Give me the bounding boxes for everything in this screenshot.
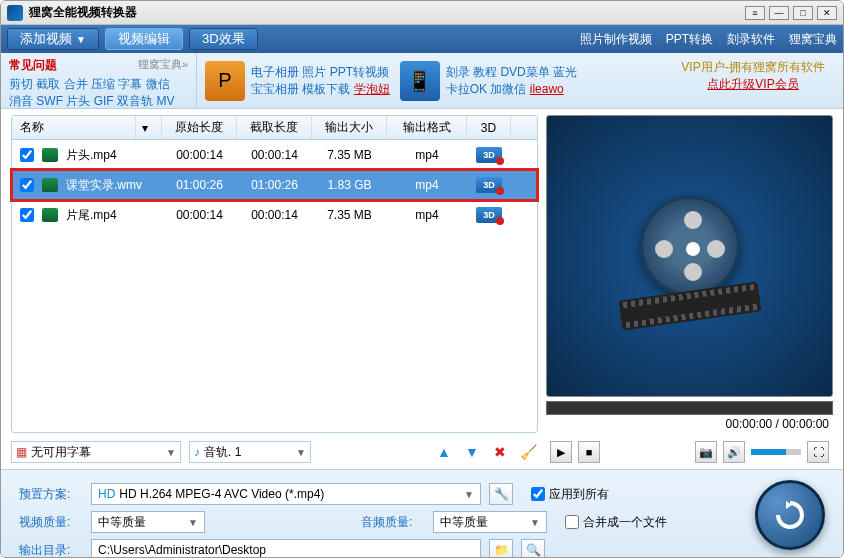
audio-quality-select[interactable]: 中等质量▼ xyxy=(433,511,547,533)
orig-length: 00:00:14 xyxy=(162,208,237,222)
vip-upgrade-link[interactable]: 点此升级VIP会员 xyxy=(669,76,837,93)
play-button[interactable]: ▶ xyxy=(550,441,572,463)
profile-settings-button[interactable]: 🔧 xyxy=(489,483,513,505)
minimize-button[interactable]: — xyxy=(769,6,789,20)
maximize-button[interactable]: □ xyxy=(793,6,813,20)
film-reel-icon xyxy=(630,196,750,316)
ppt-icon: P xyxy=(205,61,245,101)
add-video-button[interactable]: 添加视频▼ xyxy=(7,28,99,50)
move-down-button[interactable]: ▼ xyxy=(462,442,482,462)
faq-links-row1: 剪切 截取 合并 压缩 字幕 微信 xyxy=(9,76,188,93)
volume-button[interactable]: 🔊 xyxy=(723,441,745,463)
3d-effect-button[interactable]: 3D效果 xyxy=(189,28,258,50)
out-format: mp4 xyxy=(387,178,467,192)
video-icon xyxy=(42,208,58,222)
out-size: 1.83 GB xyxy=(312,178,387,192)
link-ppt-convert[interactable]: PPT转换 xyxy=(666,31,713,48)
out-size: 7.35 MB xyxy=(312,148,387,162)
close-button[interactable]: ✕ xyxy=(817,6,837,20)
table-row[interactable]: 课堂实录.wmv01:00:2601:00:261.83 GBmp43D xyxy=(12,170,537,200)
vq-label: 视频质量: xyxy=(19,514,83,531)
col-out-size[interactable]: 输出大小 xyxy=(312,116,387,139)
merge-checkbox[interactable]: 合并成一个文件 xyxy=(565,514,667,531)
preview-time: 00:00:00 / 00:00:00 xyxy=(546,415,833,433)
table-row[interactable]: 片头.mp400:00:1400:00:147.35 MBmp43D xyxy=(12,140,537,170)
link-photo-video[interactable]: 照片制作视频 xyxy=(580,31,652,48)
subtitle-select[interactable]: ▦无可用字幕▼ xyxy=(11,441,181,463)
snapshot-button[interactable]: 📷 xyxy=(695,441,717,463)
orig-length: 01:00:26 xyxy=(162,178,237,192)
output-dir-input[interactable]: C:\Users\Administrator\Desktop xyxy=(91,539,481,558)
col-name[interactable]: 名称▾ xyxy=(12,116,162,139)
clear-button[interactable]: 🧹 xyxy=(518,442,538,462)
aq-label: 音频质量: xyxy=(361,514,425,531)
col-out-fmt[interactable]: 输出格式 xyxy=(387,116,467,139)
video-icon xyxy=(42,178,58,192)
faq-more[interactable]: 狸窝宝典» xyxy=(138,57,188,74)
audio-track-select[interactable]: ♪音轨. 1▼ xyxy=(189,441,311,463)
volume-slider[interactable] xyxy=(751,449,801,455)
link-baodian[interactable]: 狸窝宝典 xyxy=(789,31,837,48)
row-checkbox[interactable] xyxy=(20,148,34,162)
cut-length: 00:00:14 xyxy=(237,208,312,222)
profile-label: 预置方案: xyxy=(19,486,83,503)
fullscreen-button[interactable]: ⛶ xyxy=(807,441,829,463)
faq-header: 常见问题 xyxy=(9,57,57,74)
file-name: 片尾.mp4 xyxy=(62,207,162,224)
link-burn[interactable]: 刻录软件 xyxy=(727,31,775,48)
orig-length: 00:00:14 xyxy=(162,148,237,162)
row-checkbox[interactable] xyxy=(20,178,34,192)
profile-select[interactable]: HDHD H.264 MPEG-4 AVC Video (*.mp4)▼ xyxy=(91,483,481,505)
col-3d[interactable]: 3D xyxy=(467,116,511,139)
table-row[interactable]: 片尾.mp400:00:1400:00:147.35 MBmp43D xyxy=(12,200,537,230)
file-name: 课堂实录.wmv xyxy=(62,177,162,194)
preview-scrubber[interactable] xyxy=(546,401,833,415)
file-name: 片头.mp4 xyxy=(62,147,162,164)
col-orig-len[interactable]: 原始长度 xyxy=(162,116,237,139)
browse-button[interactable]: 📁 xyxy=(489,539,513,558)
open-dir-button[interactable]: 🔍 xyxy=(521,539,545,558)
window-title: 狸窝全能视频转换器 xyxy=(29,4,745,21)
stop-button[interactable]: ■ xyxy=(578,441,600,463)
faq-links-row2: 消音 SWF 片头 GIF 双音轨 MV xyxy=(9,93,188,110)
row-checkbox[interactable] xyxy=(20,208,34,222)
out-size: 7.35 MB xyxy=(312,208,387,222)
3d-badge[interactable]: 3D xyxy=(476,177,502,193)
apply-all-checkbox[interactable]: 应用到所有 xyxy=(531,486,609,503)
move-up-button[interactable]: ▲ xyxy=(434,442,454,462)
video-edit-button[interactable]: 视频编辑 xyxy=(105,28,183,50)
col-cut-len[interactable]: 截取长度 xyxy=(237,116,312,139)
cut-length: 00:00:14 xyxy=(237,148,312,162)
vip-text: VIP用户-拥有狸窝所有软件 xyxy=(669,59,837,76)
phone-icon: 📱 xyxy=(400,61,440,101)
sort-icon[interactable]: ▾ xyxy=(135,116,153,139)
3d-badge[interactable]: 3D xyxy=(476,207,502,223)
outdir-label: 输出目录: xyxy=(19,542,83,559)
3d-badge[interactable]: 3D xyxy=(476,147,502,163)
preview-area xyxy=(546,115,833,397)
video-icon xyxy=(42,148,58,162)
convert-button[interactable] xyxy=(755,480,825,550)
out-format: mp4 xyxy=(387,208,467,222)
app-icon xyxy=(7,5,23,21)
menu-button[interactable]: ≡ xyxy=(745,6,765,20)
video-quality-select[interactable]: 中等质量▼ xyxy=(91,511,205,533)
delete-button[interactable]: ✖ xyxy=(490,442,510,462)
out-format: mp4 xyxy=(387,148,467,162)
cut-length: 01:00:26 xyxy=(237,178,312,192)
